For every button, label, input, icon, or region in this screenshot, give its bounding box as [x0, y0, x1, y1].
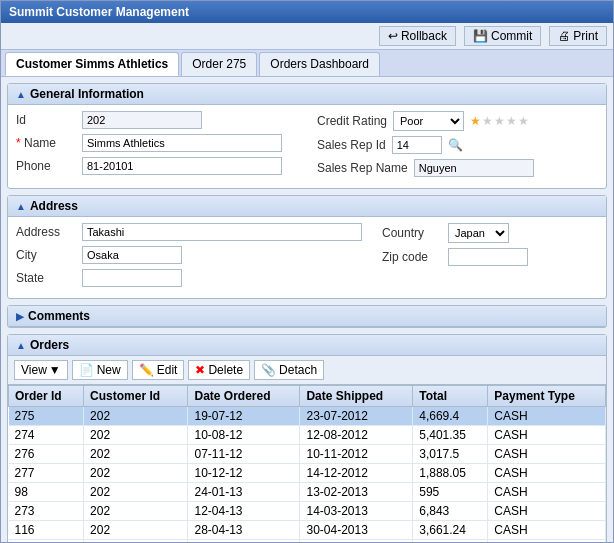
- sales-rep-id-input[interactable]: [392, 136, 442, 154]
- address-header: ▲ Address: [8, 196, 606, 217]
- zip-row: Zip code: [382, 248, 598, 266]
- print-button[interactable]: 🖨 Print: [549, 26, 607, 46]
- tab-orders-dashboard[interactable]: Orders Dashboard: [259, 52, 380, 76]
- cell-3: 13-02-2013: [300, 483, 413, 502]
- address-label: Address: [16, 225, 76, 239]
- tab-customer[interactable]: Customer Simms Athletics: [5, 52, 179, 76]
- rollback-button[interactable]: ↩ Rollback: [379, 26, 456, 46]
- cell-5: CASH: [488, 483, 606, 502]
- col-date-shipped: Date Shipped: [300, 386, 413, 407]
- general-info-collapse-icon[interactable]: ▲: [16, 89, 26, 100]
- detach-button[interactable]: 📎 Detach: [254, 360, 324, 380]
- cell-1: 202: [84, 502, 188, 521]
- country-row: Country Japan USA UK China France: [382, 223, 598, 243]
- cell-2: 10-12-12: [188, 464, 300, 483]
- window-title: Summit Customer Management: [9, 5, 189, 19]
- cell-0: 115: [9, 540, 84, 543]
- cell-5: CASH: [488, 502, 606, 521]
- star-3: ★: [494, 114, 505, 128]
- table-row[interactable]: 27720210-12-1214-12-20121,888.05CASH: [9, 464, 606, 483]
- cell-4: 866.7: [413, 540, 488, 543]
- orders-table-body: 27520219-07-1223-07-20124,669.4CASH27420…: [9, 407, 606, 543]
- table-row[interactable]: 27420210-08-1212-08-20125,401.35CASH: [9, 426, 606, 445]
- star-1: ★: [470, 114, 481, 128]
- delete-icon: ✖: [195, 363, 205, 377]
- address-input[interactable]: [82, 223, 362, 241]
- cell-0: 116: [9, 521, 84, 540]
- cell-5: CASH: [488, 464, 606, 483]
- cell-5: CASH: [488, 445, 606, 464]
- comments-collapse-icon[interactable]: ▶: [16, 311, 24, 322]
- general-info-left: Id Name Phone: [16, 111, 297, 182]
- cell-4: 4,669.4: [413, 407, 488, 426]
- orders-table-wrapper: Order Id Customer Id Date Ordered Date S…: [8, 385, 606, 542]
- sales-rep-name-input[interactable]: [414, 159, 534, 177]
- table-row[interactable]: 27520219-07-1223-07-20124,669.4CASH: [9, 407, 606, 426]
- city-input[interactable]: [82, 246, 182, 264]
- cell-3: 10-11-2012: [300, 445, 413, 464]
- sales-rep-name-label: Sales Rep Name: [317, 161, 408, 175]
- table-row[interactable]: 27620207-11-1210-11-20123,017.5CASH: [9, 445, 606, 464]
- view-button[interactable]: View ▼: [14, 360, 68, 380]
- main-window: Summit Customer Management ↩ Rollback 💾 …: [0, 0, 614, 543]
- orders-table: Order Id Customer Id Date Ordered Date S…: [8, 385, 606, 542]
- cell-2: 07-11-12: [188, 445, 300, 464]
- cell-0: 274: [9, 426, 84, 445]
- name-input[interactable]: [82, 134, 282, 152]
- edit-order-button[interactable]: ✏️ Edit: [132, 360, 185, 380]
- sales-rep-name-row: Sales Rep Name: [317, 159, 598, 177]
- cell-2: 24-01-13: [188, 483, 300, 502]
- print-icon: 🖨: [558, 29, 570, 43]
- id-label: Id: [16, 113, 76, 127]
- cell-1: 202: [84, 464, 188, 483]
- tab-order275[interactable]: Order 275: [181, 52, 257, 76]
- edit-icon: ✏️: [139, 363, 154, 377]
- country-select[interactable]: Japan USA UK China France: [448, 223, 509, 243]
- address-field-row: Address: [16, 223, 362, 241]
- credit-rating-select[interactable]: Poor Fair Good Excellent: [393, 111, 464, 131]
- delete-order-button[interactable]: ✖ Delete: [188, 360, 250, 380]
- cell-2: 19-07-12: [188, 407, 300, 426]
- state-input[interactable]: [82, 269, 182, 287]
- address-columns: Address City State: [16, 223, 598, 292]
- cell-4: 5,401.35: [413, 426, 488, 445]
- comments-section: ▶ Comments: [7, 305, 607, 328]
- city-row: City: [16, 246, 362, 264]
- star-rating: ★ ★ ★ ★ ★: [470, 114, 529, 128]
- cell-5: CASH: [488, 540, 606, 543]
- id-input[interactable]: [82, 111, 202, 129]
- sales-rep-id-row: Sales Rep Id 🔍: [317, 136, 598, 154]
- col-date-ordered: Date Ordered: [188, 386, 300, 407]
- cell-0: 275: [9, 407, 84, 426]
- sales-rep-search-icon[interactable]: 🔍: [448, 138, 463, 152]
- table-row[interactable]: 9820224-01-1313-02-2013595CASH: [9, 483, 606, 502]
- cell-3: 12-08-2012: [300, 426, 413, 445]
- comments-header: ▶ Comments: [8, 306, 606, 327]
- cell-0: 277: [9, 464, 84, 483]
- new-order-button[interactable]: 📄 New: [72, 360, 128, 380]
- address-right: Country Japan USA UK China France Zip co…: [372, 223, 598, 292]
- toolbar: ↩ Rollback 💾 Commit 🖨 Print: [1, 23, 613, 50]
- table-row[interactable]: 27320212-04-1314-03-20136,843CASH: [9, 502, 606, 521]
- credit-rating-label: Credit Rating: [317, 114, 387, 128]
- address-collapse-icon[interactable]: ▲: [16, 201, 26, 212]
- cell-3: 30-04-2013: [300, 521, 413, 540]
- phone-input[interactable]: [82, 157, 282, 175]
- general-info-right: Credit Rating Poor Fair Good Excellent ★…: [307, 111, 598, 182]
- sales-rep-id-label: Sales Rep Id: [317, 138, 386, 152]
- name-label: Name: [16, 136, 76, 150]
- orders-section: ▲ Orders View ▼ 📄 New ✏️ Edit ✖ De: [7, 334, 607, 542]
- table-row[interactable]: 11620228-04-1330-04-20133,661.24CASH: [9, 521, 606, 540]
- orders-collapse-icon[interactable]: ▲: [16, 340, 26, 351]
- state-label: State: [16, 271, 76, 285]
- zip-input[interactable]: [448, 248, 528, 266]
- address-body: Address City State: [8, 217, 606, 298]
- table-row[interactable]: 11520207-05-1312-05-2013866.7CASH: [9, 540, 606, 543]
- cell-0: 98: [9, 483, 84, 502]
- name-row: Name: [16, 134, 297, 152]
- cell-1: 202: [84, 521, 188, 540]
- star-2: ★: [482, 114, 493, 128]
- commit-button[interactable]: 💾 Commit: [464, 26, 541, 46]
- cell-4: 6,843: [413, 502, 488, 521]
- phone-label: Phone: [16, 159, 76, 173]
